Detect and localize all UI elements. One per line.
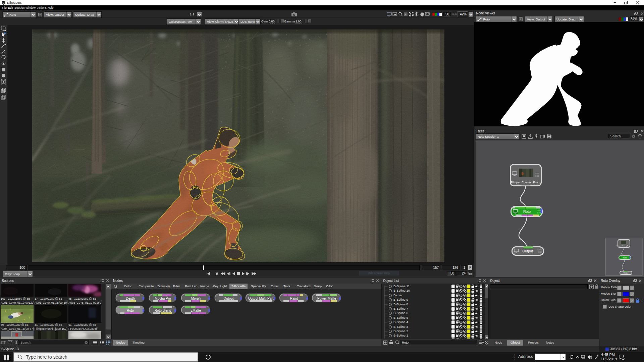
svg-text:Roto: Roto [623, 257, 627, 259]
svg-text:S: S [2, 1, 4, 4]
svg-text:0:00: 0:00 [538, 249, 542, 251]
svg-text:Output: Output [623, 272, 629, 274]
svg-text:7: 7 [623, 357, 624, 360]
svg-text:0:00: 0:00 [537, 209, 541, 212]
svg-text:Output: Output [522, 249, 533, 253]
svg-text:0:00: 0:00 [535, 173, 539, 175]
svg-text:Filmpac Running Pris...: Filmpac Running Pris... [616, 245, 630, 247]
svg-text:Filmpac Running Pris...: Filmpac Running Pris... [511, 181, 540, 184]
svg-text:0:02: 0:02 [535, 175, 539, 177]
svg-text:0:02: 0:02 [537, 212, 541, 214]
svg-text:0:02: 0:02 [538, 251, 542, 253]
svg-text:Roto: Roto [523, 209, 531, 214]
